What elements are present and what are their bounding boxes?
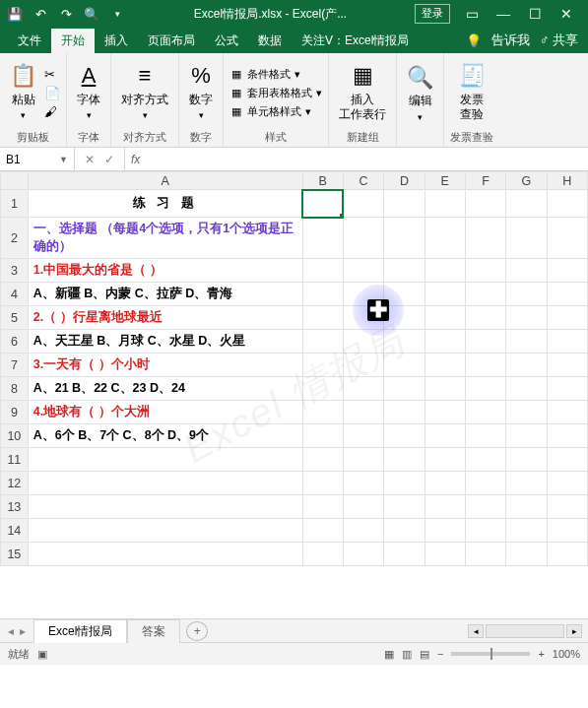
tab-layout[interactable]: 页面布局 (138, 29, 205, 53)
cell-F8[interactable] (465, 377, 505, 401)
col-head-G[interactable]: G (506, 172, 547, 190)
accept-icon[interactable]: ✓ (104, 153, 114, 166)
cell-H15[interactable] (547, 543, 587, 566)
cell-C7[interactable] (343, 354, 383, 377)
cell-B6[interactable] (302, 330, 343, 354)
cell-D7[interactable] (384, 354, 425, 377)
cell-E13[interactable] (425, 495, 465, 519)
login-button[interactable]: 登录 (415, 4, 450, 24)
cell-D2[interactable] (384, 218, 425, 259)
cell-C2[interactable] (343, 218, 383, 259)
tab-data[interactable]: 数据 (248, 29, 292, 53)
save-icon[interactable]: 💾 (6, 5, 24, 23)
cell-C8[interactable] (343, 377, 383, 401)
cell-C14[interactable] (343, 519, 383, 543)
cell-C4[interactable] (343, 283, 383, 306)
cell-B11[interactable] (302, 448, 343, 472)
cell-C15[interactable] (343, 543, 383, 566)
ribbon-options-icon[interactable]: ▭ (456, 4, 488, 24)
cell-E12[interactable] (425, 472, 465, 495)
cell-F1[interactable] (465, 190, 505, 218)
hscroll-left-icon[interactable]: ◂ (468, 624, 484, 638)
name-box-dropdown-icon[interactable]: ▼ (59, 155, 68, 164)
cell-D14[interactable] (384, 519, 425, 543)
hscroll-right-icon[interactable]: ▸ (566, 624, 582, 638)
cell-C6[interactable] (343, 330, 383, 354)
row-head-12[interactable]: 12 (1, 472, 29, 495)
cell-D6[interactable] (384, 330, 425, 354)
lightbulb-icon[interactable]: 💡 (466, 33, 482, 48)
zoom-in-button[interactable]: + (538, 648, 544, 660)
cell-D12[interactable] (384, 472, 425, 495)
cell-A15[interactable] (28, 543, 302, 566)
cell-D5[interactable] (384, 306, 425, 330)
cell-H9[interactable] (547, 401, 587, 424)
cell-F4[interactable] (465, 283, 505, 306)
horizontal-scrollbar[interactable]: ◂ ▸ (468, 624, 588, 638)
cell-A10[interactable]: A、6个 B、7个 C、8个 D、9个 (28, 424, 302, 448)
view-normal-icon[interactable]: ▦ (384, 648, 394, 661)
col-head-A[interactable]: A (28, 172, 302, 190)
cell-F13[interactable] (465, 495, 505, 519)
minimize-button[interactable]: — (488, 4, 519, 24)
tab-follow[interactable]: 关注V：Excel情报局 (292, 29, 419, 53)
cell-B5[interactable] (302, 306, 343, 330)
fx-icon[interactable]: fx (131, 153, 140, 166)
cell-C3[interactable] (343, 259, 383, 283)
cell-A4[interactable]: A、新疆 B、内蒙 C、拉萨 D、青海 (28, 283, 302, 306)
cell-D1[interactable] (384, 190, 425, 218)
cell-H3[interactable] (547, 259, 587, 283)
cell-A12[interactable] (28, 472, 302, 495)
cell-E2[interactable] (425, 218, 465, 259)
cell-F11[interactable] (465, 448, 505, 472)
cell-D4[interactable] (384, 283, 425, 306)
cell-B10[interactable] (302, 424, 343, 448)
row-head-14[interactable]: 14 (1, 519, 29, 543)
cell-H8[interactable] (547, 377, 587, 401)
cell-A7[interactable]: 3.一天有（ ）个小时 (28, 354, 302, 377)
cell-H1[interactable] (547, 190, 587, 218)
cell-H4[interactable] (547, 283, 587, 306)
invoice-button[interactable]: 🧾发票查验 (455, 60, 490, 125)
zoom-slider[interactable] (451, 652, 530, 656)
cell-B13[interactable] (302, 495, 343, 519)
tab-home[interactable]: 开始 (51, 29, 95, 53)
row-head-4[interactable]: 4 (1, 283, 29, 306)
col-head-C[interactable]: C (343, 172, 383, 190)
cell-C12[interactable] (343, 472, 383, 495)
cell-D11[interactable] (384, 448, 425, 472)
cell-E6[interactable] (425, 330, 465, 354)
undo-icon[interactable]: ↶ (32, 5, 49, 23)
add-sheet-button[interactable]: + (186, 621, 208, 641)
cell-D13[interactable] (384, 495, 425, 519)
cell-E9[interactable] (425, 401, 465, 424)
share-button[interactable]: ♂ 共享 (540, 32, 578, 49)
cell-G15[interactable] (506, 543, 547, 566)
cell-B2[interactable] (302, 218, 343, 259)
cell-H14[interactable] (547, 519, 587, 543)
cell-F5[interactable] (465, 306, 505, 330)
cell-F10[interactable] (465, 424, 505, 448)
macro-record-icon[interactable]: ▣ (37, 648, 47, 661)
cell-B3[interactable] (302, 259, 343, 283)
row-head-13[interactable]: 13 (1, 495, 29, 519)
cell-E1[interactable] (425, 190, 465, 218)
cell-F2[interactable] (465, 218, 505, 259)
font-button[interactable]: A字体▾ (73, 60, 104, 125)
view-page-icon[interactable]: ▥ (402, 648, 412, 661)
cell-A13[interactable] (28, 495, 302, 519)
select-all-corner[interactable] (1, 172, 29, 190)
cell-C9[interactable] (343, 401, 383, 424)
cell-A3[interactable]: 1.中国最大的省是（ ） (28, 259, 302, 283)
cell-E10[interactable] (425, 424, 465, 448)
spreadsheet[interactable]: A B C D E F G H 1练 习 题2一、选择题 （每题4个选项，只有1… (0, 171, 588, 566)
cell-F7[interactable] (465, 354, 505, 377)
cell-H6[interactable] (547, 330, 587, 354)
cell-H13[interactable] (547, 495, 587, 519)
cell-D3[interactable] (384, 259, 425, 283)
cell-G7[interactable] (506, 354, 547, 377)
cell-A2[interactable]: 一、选择题 （每题4个选项，只有1个选项是正确的） (28, 218, 302, 259)
col-head-H[interactable]: H (547, 172, 587, 190)
cell-E8[interactable] (425, 377, 465, 401)
row-head-1[interactable]: 1 (1, 190, 29, 218)
